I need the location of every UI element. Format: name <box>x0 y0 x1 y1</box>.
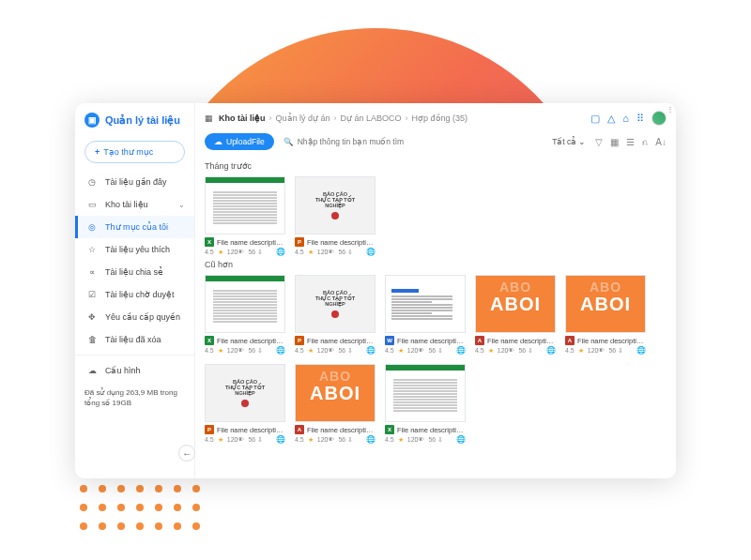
file-card[interactable]: XFile name description...4.5★120👁56 ⇩🌐 <box>385 364 466 444</box>
rating: 4.5 <box>295 436 304 443</box>
avatar[interactable] <box>651 111 667 126</box>
list-view-icon[interactable]: ☰ <box>626 137 635 147</box>
file-card[interactable]: ABOABOIAFile name description...4.5★120👁… <box>295 364 376 444</box>
upload-button[interactable]: ☁ UploadFile <box>205 133 274 150</box>
file-grid: XFile name description...4.5★120👁56 ⇩🌐BÁ… <box>205 176 667 256</box>
topbar: ▦ Kho tài liệu › Quản lý dự án › Dự án L… <box>195 103 676 129</box>
filetype-icon: A <box>475 336 484 345</box>
thumbnail: ABOABOI <box>295 364 376 422</box>
inbox-icon: ☑ <box>86 290 98 299</box>
globe-icon: 🌐 <box>276 346 285 355</box>
downloads: 56 ⇩ <box>518 347 533 355</box>
breadcrumb-part[interactable]: Quản lý dự án <box>276 114 330 123</box>
rating: 4.5 <box>295 347 304 354</box>
nav-config[interactable]: ☁Cấu hình <box>75 359 194 382</box>
top-actions: ▢ △ ⌂ ⠿ <box>590 111 667 126</box>
nav-request[interactable]: ✥Yêu cầu cấp quyền <box>75 306 194 328</box>
home-icon[interactable]: ⌂ <box>622 113 629 124</box>
nav-shared[interactable]: ∝Tài liệu chia sẻ <box>75 261 194 283</box>
search-box[interactable]: 🔍 <box>284 137 544 146</box>
bell-icon[interactable]: △ <box>607 113 615 125</box>
file-card[interactable]: XFile name description...4.5★120👁56 ⇩🌐 <box>205 275 285 355</box>
file-meta: 4.5★120👁56 ⇩🌐 <box>295 346 376 355</box>
rating: 4.5 <box>385 347 394 354</box>
collapse-sidebar-button[interactable]: ← <box>178 445 195 462</box>
thumbnail: BÁO CÁOTHỰC TẬP TỐTNGHIỆP <box>205 364 285 422</box>
new-folder-button[interactable]: + Tạo thư mục <box>84 141 185 163</box>
downloads: 56 ⇩ <box>338 347 353 355</box>
grid-icon: ▦ <box>205 114 213 123</box>
file-name: File name description... <box>217 238 285 247</box>
file-card[interactable]: WFile name description...4.5★120👁56 ⇩🌐 <box>385 275 466 355</box>
globe-icon: 🌐 <box>366 346 376 355</box>
globe-icon: 🌐 <box>456 435 466 444</box>
laptop-icon: ▭ <box>86 200 98 209</box>
chevron-down-icon: ⌄ <box>578 137 586 146</box>
file-card[interactable]: ABOABOIAFile name description...4.5★120👁… <box>475 275 556 355</box>
rating: 4.5 <box>205 249 214 255</box>
breadcrumb-part[interactable]: Hợp đồng (35) <box>412 114 468 123</box>
filetype-icon: A <box>565 336 575 345</box>
chevron-down-icon: ⌄ <box>178 201 185 209</box>
grid-view-icon[interactable]: ▦ <box>610 137 619 147</box>
filetype-icon: X <box>205 237 214 247</box>
file-name: File name description... <box>307 337 376 345</box>
breadcrumb-root[interactable]: Kho tài liệu <box>219 114 266 123</box>
search-input[interactable] <box>298 137 410 146</box>
tree-icon[interactable]: ⎌ <box>642 137 648 147</box>
upload-label: UploadFile <box>226 137 265 146</box>
downloads: 56 ⇩ <box>248 249 263 256</box>
nav-warehouse[interactable]: ▭Kho tài liệu⌄ <box>75 193 194 216</box>
breadcrumb-part[interactable]: Dự án LABOCO <box>341 114 402 123</box>
app-window: ▣ Quản lý tài liệu + Tạo thư mục ◷Tài li… <box>75 103 676 478</box>
trash-icon: 🗑 <box>86 335 98 344</box>
star-icon: ★ <box>218 347 223 355</box>
nav-recent[interactable]: ◷Tài liệu gần đây <box>75 171 194 193</box>
nav-label: Kho tài liệu <box>105 200 148 209</box>
file-card[interactable]: BÁO CÁOTHỰC TẬP TỐTNGHIỆP⋮PFile name des… <box>295 176 376 256</box>
file-card[interactable]: XFile name description...4.5★120👁56 ⇩🌐 <box>205 176 285 256</box>
file-card[interactable]: BÁO CÁOTHỰC TẬP TỐTNGHIỆPPFile name desc… <box>205 364 285 444</box>
app-logo: ▣ Quản lý tài liệu <box>75 113 194 135</box>
downloads: 56 ⇩ <box>428 436 443 444</box>
filter-select[interactable]: Tất cả ⌄ <box>552 137 586 146</box>
rating: 4.5 <box>565 347 575 354</box>
cloud-upload-icon: ☁ <box>214 137 222 146</box>
toolbar: ☁ UploadFile 🔍 Tất cả ⌄ ▽ ▦ ☰ ⎌ A↓ <box>195 129 676 158</box>
star-icon: ★ <box>398 347 404 355</box>
nav-label: Tài liệu gần đây <box>105 177 167 187</box>
file-meta: 4.5★120👁56 ⇩🌐 <box>205 435 285 444</box>
views: 120👁 <box>317 436 335 443</box>
file-card[interactable]: BÁO CÁOTHỰC TẬP TỐTNGHIỆPPFile name desc… <box>295 275 376 355</box>
plus-icon: + <box>95 147 100 157</box>
rating: 4.5 <box>205 436 214 443</box>
thumbnail <box>385 275 466 333</box>
views: 120👁 <box>407 436 425 443</box>
nav-trash[interactable]: 🗑Tài liệu đã xóa <box>75 328 194 351</box>
nav-favorites[interactable]: ☆Tài liệu yêu thích <box>75 238 194 261</box>
thumbnail: ABOABOI <box>565 275 646 333</box>
file-card[interactable]: ABOABOIAFile name description...4.5★120👁… <box>565 275 646 355</box>
main: ▦ Kho tài liệu › Quản lý dự án › Dự án L… <box>195 103 676 478</box>
filetype-icon: P <box>205 425 214 434</box>
share-icon: ∝ <box>86 267 98 277</box>
nav-pending[interactable]: ☑Tài liệu chờ duyệt <box>75 283 194 306</box>
nav-list: ◷Tài liệu gần đây ▭Kho tài liệu⌄ ◎Thư mụ… <box>75 171 194 351</box>
file-meta: 4.5★120👁56 ⇩🌐 <box>205 346 285 355</box>
file-meta: 4.5★120👁56 ⇩🌐 <box>475 346 556 355</box>
views: 120👁 <box>498 347 515 354</box>
thumbnail <box>385 364 466 422</box>
star-icon: ★ <box>578 347 584 355</box>
sidebar: ▣ Quản lý tài liệu + Tạo thư mục ◷Tài li… <box>75 103 195 478</box>
sort-icon[interactable]: A↓ <box>655 137 667 147</box>
rating: 4.5 <box>385 436 394 443</box>
filter-icon[interactable]: ▽ <box>595 137 603 147</box>
new-folder-label: Tạo thư mục <box>103 147 153 157</box>
chat-icon[interactable]: ▢ <box>590 113 600 125</box>
star-icon: ★ <box>218 249 223 256</box>
nav-my-folder[interactable]: ◎Thư mục của tôi <box>75 216 194 238</box>
apps-icon[interactable]: ⠿ <box>636 113 644 125</box>
file-name: File name description... <box>487 337 556 345</box>
section-header: Tháng trước <box>205 161 667 171</box>
star-icon: ★ <box>308 249 314 256</box>
